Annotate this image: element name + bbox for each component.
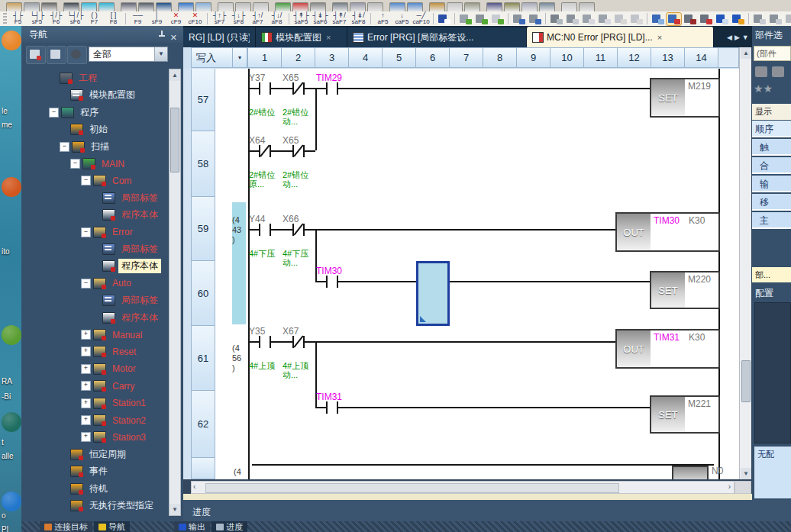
window-close-icon[interactable] xyxy=(768,13,783,25)
expand-expander-icon[interactable]: + xyxy=(81,432,91,442)
tree-item-Station2[interactable]: +Station2 xyxy=(81,412,149,428)
expand-expander-icon[interactable]: + xyxy=(81,398,91,408)
tree-item-label[interactable]: Carry xyxy=(109,380,137,392)
tree-item-程序[interactable]: −程序 xyxy=(49,105,102,121)
h-scrollbar-thumb[interactable] xyxy=(205,483,619,493)
rung-number-cell[interactable]: 62 xyxy=(191,390,215,458)
instruction-OUT-TIM30[interactable]: OUTTIM30K30 xyxy=(615,212,720,252)
device-jump-icon[interactable] xyxy=(731,13,745,25)
element-category-0[interactable]: 顺序 xyxy=(752,121,791,137)
dock-tab-连接目标[interactable]: 连接目标 xyxy=(40,521,92,532)
toolbar-icon[interactable] xyxy=(579,2,595,11)
contact-TIM30[interactable] xyxy=(337,276,338,288)
scroll-up-icon[interactable]: ▲ xyxy=(170,69,180,81)
contact-X66[interactable] xyxy=(303,224,305,236)
tree-scrollbar[interactable]: ▲ ▼ xyxy=(169,69,181,516)
desktop-icon-2[interactable] xyxy=(2,177,21,197)
toolbar-icon[interactable] xyxy=(332,2,348,11)
ladder-symbol-button-F6[interactable]: ┤/├F6 xyxy=(47,12,66,26)
tree-item-Carry[interactable]: +Carry xyxy=(81,378,137,394)
tab-scroll-icon[interactable]: ◀ xyxy=(727,34,732,41)
watch-edit-icon[interactable] xyxy=(699,13,713,25)
contact-TIM29[interactable] xyxy=(326,82,328,95)
tree-item-label[interactable]: Manual xyxy=(109,329,145,341)
expand-expander-icon[interactable]: + xyxy=(81,381,91,391)
cross-ref-back-icon[interactable] xyxy=(613,13,628,25)
ladder-symbol-button-sF9[interactable]: │sF9 xyxy=(147,12,166,26)
ladder-symbol-button-F9[interactable]: ──F9 xyxy=(128,12,147,26)
settings-gear-icon[interactable] xyxy=(67,46,87,64)
contact-X67[interactable] xyxy=(303,336,305,348)
ladder-symbol-button-caF10[interactable]: ─╱caF10 xyxy=(412,12,431,26)
tab-scroll-icon[interactable]: ▶ xyxy=(734,34,740,41)
contact-X65[interactable] xyxy=(303,145,305,157)
toolbar-icon[interactable] xyxy=(138,2,154,11)
toolbar-icon[interactable] xyxy=(561,2,577,11)
ladder-horizontal-scrollbar[interactable]: ‹ › xyxy=(191,481,734,494)
element-category-3[interactable]: 输 xyxy=(752,176,791,192)
toolbar-icon[interactable] xyxy=(521,2,538,11)
contact-Y37[interactable] xyxy=(259,82,260,95)
toolbar-icon[interactable] xyxy=(486,2,502,11)
ladder-symbol-button-aF5[interactable]: ↑aF5 xyxy=(373,12,392,26)
expand-expander-icon[interactable]: + xyxy=(81,347,91,356)
find-instruction-icon[interactable] xyxy=(597,13,612,25)
contact-TIM29[interactable] xyxy=(337,82,338,95)
scroll-down-icon[interactable]: ▼ xyxy=(170,504,180,515)
program-list-icon[interactable] xyxy=(565,13,580,25)
ladder-vertical-scrollbar[interactable]: ▲ ▼ xyxy=(739,47,751,479)
toolbar-icon[interactable] xyxy=(156,2,172,11)
toolbar-icon[interactable] xyxy=(98,2,115,11)
statement-edit-icon[interactable] xyxy=(512,13,526,25)
tree-item-局部标签[interactable]: 局部标签 xyxy=(92,241,161,257)
insert-row-icon[interactable] xyxy=(458,13,473,25)
desktop-icon-4[interactable] xyxy=(2,412,21,432)
toolbar-icon[interactable] xyxy=(63,2,79,11)
ladder-symbol-button-sF5[interactable]: └┤├sF5 xyxy=(27,12,47,26)
element-category-2[interactable]: 合 xyxy=(752,157,791,174)
cross-ref-fwd-icon[interactable] xyxy=(629,13,644,25)
tab-element-selection[interactable]: 部... xyxy=(752,267,791,282)
star-icon[interactable]: ★ xyxy=(754,82,764,95)
rung-number-cell[interactable]: 61 xyxy=(191,325,215,391)
instruction-OUT-TIM31[interactable]: OUTTIM31K30 xyxy=(615,329,720,369)
contact-Y44[interactable] xyxy=(270,224,271,236)
toolbar-icon[interactable] xyxy=(292,2,308,11)
ladder-mode-cell[interactable]: 写入 xyxy=(191,47,233,68)
dock-tab-导航[interactable]: 导航 xyxy=(94,521,130,532)
display-target-header[interactable]: 显示 xyxy=(752,104,791,120)
contact-TIM31[interactable] xyxy=(337,401,338,414)
expand-expander-icon[interactable]: + xyxy=(81,364,91,374)
ladder-symbol-button-sF8[interactable]: ┤↓├sF8 xyxy=(229,12,248,26)
ladder-symbol-button-caF5[interactable]: ↓caF5 xyxy=(392,12,412,26)
tree-scrollbar-thumb[interactable] xyxy=(170,108,179,172)
tree-item-无执行类型指定[interactable]: 无执行类型指定 xyxy=(60,498,157,514)
toolbar-icon[interactable] xyxy=(218,2,234,11)
tree-item-label[interactable]: Motor xyxy=(109,363,139,375)
expand-expander-icon[interactable]: + xyxy=(81,330,91,340)
desktop-icon-3[interactable] xyxy=(2,325,21,345)
element-category-4[interactable]: 移 xyxy=(752,194,791,211)
ladder-symbol-button-saF8[interactable]: ┤↡/saF8 xyxy=(349,12,368,26)
tree-item-局部标签[interactable]: 局部标签 xyxy=(92,190,161,206)
contact-TIM31[interactable] xyxy=(326,401,328,414)
ladder-symbol-button-aF7[interactable]: ┤↑/aF7 xyxy=(248,12,267,26)
tree-item-程序本体[interactable]: 程序本体 xyxy=(92,258,161,274)
collapse-tree-icon[interactable] xyxy=(26,46,46,64)
ladder-symbol-button-aF8[interactable]: ┤↓/aF8 xyxy=(267,12,286,26)
element-search-input[interactable]: (部件 xyxy=(754,46,791,61)
toolbar-grip[interactable] xyxy=(3,13,7,24)
tree-item-label[interactable]: Station1 xyxy=(109,397,149,409)
contact-X64[interactable] xyxy=(270,145,271,157)
close-tab-icon[interactable]: × xyxy=(326,33,331,42)
toolbar-icon[interactable] xyxy=(464,2,480,11)
watch-register-icon[interactable] xyxy=(683,13,697,25)
toolbar-icon[interactable] xyxy=(235,2,251,11)
tab-list-icon[interactable]: ▼ xyxy=(742,34,749,41)
edit-ladder-icon[interactable] xyxy=(474,13,489,25)
toolbar-icon[interactable] xyxy=(195,2,211,11)
contact-Y37[interactable] xyxy=(270,82,271,95)
rung-number-cell[interactable] xyxy=(191,457,215,479)
tree-item-MAIN[interactable]: −MAIN xyxy=(70,156,128,172)
pin-icon[interactable] xyxy=(159,31,165,38)
